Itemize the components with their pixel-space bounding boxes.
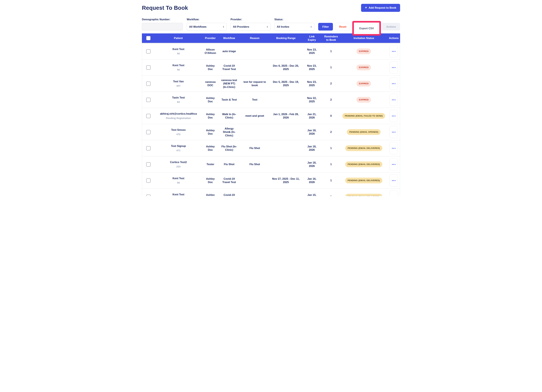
reason-cell [239, 189, 270, 196]
table-row: Tasin Test 84 Ashley Doc Tasin & Test Te… [142, 92, 400, 108]
reminders-cell: 0 [322, 108, 340, 124]
row-actions-button[interactable] [390, 174, 398, 187]
filter-bar: Demographic Number: Workflow: All Workfl… [142, 18, 400, 31]
reason-cell: Test [239, 92, 270, 108]
row-actions-button[interactable] [390, 110, 398, 122]
patient-name: Test Signup [171, 144, 186, 148]
status-label: Status: [274, 18, 314, 21]
workflow-cell: Tasin & Test [219, 92, 239, 108]
patient-name: Kent Test [173, 48, 184, 51]
patient-name: abhiraj.virk@cortico.healthca [160, 112, 197, 115]
reason-cell [239, 43, 270, 59]
reminders-cell: 1 [322, 172, 340, 188]
table-row: abhiraj.virk@cortico.healthca Pending Re… [142, 108, 400, 124]
demographic-input[interactable] [142, 23, 183, 31]
table-body: Kent Test 50 Allison O'Allison auto tria… [142, 43, 400, 196]
row-checkbox[interactable] [146, 98, 151, 102]
booking-range-cell: Dec 5, 2025 - Dec 19, 2025 [270, 76, 302, 91]
link-expiry-cell: Jan 16, 2026 [302, 172, 322, 188]
ellipsis-icon [392, 180, 393, 181]
row-checkbox[interactable] [146, 114, 151, 118]
patient-name: Kent Test [173, 64, 184, 67]
ellipsis-icon [392, 67, 393, 68]
patient-name: Cortico Test2 [170, 161, 187, 164]
provider-select[interactable]: All Providers ▲▼ [231, 23, 271, 31]
status-badge: PENDING (EMAIL DELIVERED) [345, 178, 382, 183]
status-badge: PENDING (EMAIL DELIVERED) [345, 145, 382, 151]
patient-name: Test Smsss [171, 128, 186, 132]
reminders-cell: 2 [322, 92, 340, 108]
actions-button[interactable]: Actions [382, 23, 400, 31]
status-badge: PENDING (EMAIL DELIVERED) [345, 194, 382, 196]
status-badge: PENDING (EMAIL DELIVERED) [345, 161, 382, 167]
row-actions-button[interactable] [390, 191, 398, 196]
provider-cell: Allison O'Allison [202, 43, 219, 59]
status-badge: EXPIRED [356, 48, 371, 54]
filter-button[interactable]: Filter [318, 23, 333, 31]
request-to-book-page: Request To Book + Add Request to Book De… [136, 0, 406, 196]
column-header-reminders: Reminders to Book [322, 33, 340, 43]
patient-sub-label: Pending Registration [166, 117, 191, 120]
select-arrows-icon: ▲▼ [266, 26, 268, 28]
link-expiry-cell: Jan 18, 2026 [302, 140, 322, 156]
reason-cell: Flu Shot [239, 156, 270, 172]
workflow-cell: Walk In (In-Clinic) [219, 108, 239, 124]
column-header-provider: Provider [202, 33, 219, 43]
row-actions-button[interactable] [390, 158, 398, 170]
table-row: Kent Test 50 Ashley Doc Covid-19 Travel … [142, 59, 400, 76]
patient-sub-label: 50 [177, 181, 180, 184]
reminders-cell: 1 [322, 156, 340, 172]
row-checkbox[interactable] [146, 162, 151, 166]
workflow-select[interactable]: All Workflows ▲▼ [187, 23, 227, 31]
topbar: Request To Book + Add Request to Book [142, 0, 400, 12]
provider-cell: vanessa DOC [202, 76, 219, 91]
row-checkbox[interactable] [146, 65, 151, 70]
row-checkbox[interactable] [146, 130, 151, 134]
provider-filter-group: Provider: All Providers ▲▼ [231, 18, 271, 31]
row-actions-button[interactable] [390, 78, 398, 90]
reset-button[interactable]: Reset [336, 23, 350, 31]
row-actions-button[interactable] [390, 61, 398, 74]
booking-range-cell [270, 43, 302, 59]
link-expiry-cell: Jan 18, 2026 [302, 156, 322, 172]
booking-range-cell: Nov 27, 2025 - Dec 11, 2025 [270, 172, 302, 188]
row-checkbox[interactable] [146, 194, 151, 196]
demographic-filter-group: Demographic Number: [142, 18, 183, 31]
reminders-cell: 1 [322, 43, 340, 59]
status-badge: PENDING (EMAIL FAILED TO SEND) [342, 113, 385, 119]
table-row: Kent Test 50 Ashley Doc Covid-19 Travel … [142, 189, 400, 196]
reason-cell [239, 172, 270, 188]
select-arrows-icon: ▲▼ [310, 26, 312, 28]
row-actions-button[interactable] [390, 126, 398, 138]
table-row: Test Signup 471 Ashley Doc Flu Shot (In-… [142, 140, 400, 156]
link-expiry-cell: Jan 18, 2026 [302, 124, 322, 140]
provider-cell: Ashley Doc [202, 172, 219, 188]
column-header-reason: Reason [239, 33, 270, 43]
select-all-checkbox[interactable] [146, 36, 151, 40]
row-actions-button[interactable] [390, 94, 398, 106]
ellipsis-icon [392, 148, 393, 149]
requests-table: Patient Provider Workflow Reason Booking… [142, 33, 400, 196]
patient-sub-label: 84 [177, 100, 180, 104]
export-csv-button[interactable]: Export CSV [355, 24, 378, 33]
row-actions-button[interactable] [390, 45, 398, 57]
link-expiry-cell: Nov 23, 2025 [302, 59, 322, 75]
status-select[interactable]: All Invites ▲▼ [274, 23, 314, 31]
row-checkbox[interactable] [146, 146, 151, 150]
link-expiry-cell: Jan 15, 2026 [302, 189, 322, 196]
workflow-cell: Covid-19 Travel Test [219, 59, 239, 75]
provider-cell: Ashley Doc [202, 140, 219, 156]
patient-sub-label: 223 [176, 165, 180, 168]
reason-cell: Flu Shot [239, 140, 270, 156]
plus-icon: + [365, 6, 367, 9]
demographic-label: Demographic Number: [142, 18, 183, 21]
row-checkbox[interactable] [146, 178, 151, 183]
row-checkbox[interactable] [146, 49, 151, 54]
row-actions-button[interactable] [390, 142, 398, 154]
patient-name: Test Van [173, 80, 184, 83]
add-request-button[interactable]: + Add Request to Book [361, 4, 400, 12]
row-checkbox[interactable] [146, 81, 151, 86]
status-badge: EXPIRED [356, 81, 371, 86]
patient-name: Kent Test [173, 177, 184, 180]
reminders-cell: 2 [322, 124, 340, 140]
